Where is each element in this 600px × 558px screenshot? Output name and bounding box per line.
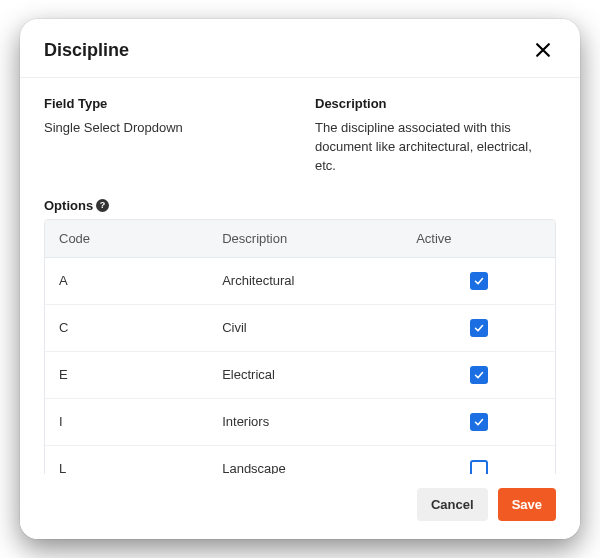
cell-code: E: [45, 352, 208, 398]
modal-body[interactable]: Field Type Single Select Dropdown Descri…: [20, 78, 580, 474]
cell-code: I: [45, 399, 208, 445]
cell-active: [412, 446, 555, 474]
table-row: EElectrical: [45, 352, 555, 399]
cell-active: [412, 258, 555, 304]
table-row: LLandscape: [45, 446, 555, 474]
help-icon[interactable]: ?: [96, 199, 109, 212]
col-header-active: Active: [412, 220, 555, 257]
save-button[interactable]: Save: [498, 488, 556, 521]
field-type-value: Single Select Dropdown: [44, 119, 285, 138]
cell-active: [412, 352, 555, 398]
cell-description: Landscape: [208, 446, 412, 474]
check-icon: [473, 416, 485, 428]
active-checkbox[interactable]: [470, 272, 488, 290]
close-icon: [533, 40, 553, 60]
field-type-section: Field Type Single Select Dropdown: [44, 96, 285, 176]
cell-active: [412, 305, 555, 351]
col-header-code: Code: [45, 220, 208, 257]
table-header: Code Description Active: [45, 220, 555, 258]
modal-title: Discipline: [44, 40, 129, 61]
check-icon: [473, 322, 485, 334]
table-row: CCivil: [45, 305, 555, 352]
check-icon: [473, 275, 485, 287]
field-type-label: Field Type: [44, 96, 285, 111]
cell-active: [412, 399, 555, 445]
cell-description: Interiors: [208, 399, 412, 445]
active-checkbox[interactable]: [470, 366, 488, 384]
col-header-description: Description: [208, 220, 412, 257]
meta-row: Field Type Single Select Dropdown Descri…: [44, 96, 556, 176]
cell-description: Electrical: [208, 352, 412, 398]
modal-header: Discipline: [20, 19, 580, 78]
cell-description: Architectural: [208, 258, 412, 304]
cell-description: Civil: [208, 305, 412, 351]
modal-footer: Cancel Save: [20, 474, 580, 539]
description-section: Description The discipline associated wi…: [315, 96, 556, 176]
active-checkbox[interactable]: [470, 413, 488, 431]
options-table: Code Description Active AArchitecturalCC…: [44, 219, 556, 474]
options-heading: Options ?: [44, 198, 556, 213]
cell-code: C: [45, 305, 208, 351]
cell-code: A: [45, 258, 208, 304]
description-value: The discipline associated with this docu…: [315, 119, 556, 176]
cell-code: L: [45, 446, 208, 474]
check-icon: [473, 369, 485, 381]
active-checkbox[interactable]: [470, 319, 488, 337]
close-button[interactable]: [530, 37, 556, 63]
table-row: IInteriors: [45, 399, 555, 446]
table-row: AArchitectural: [45, 258, 555, 305]
active-checkbox[interactable]: [470, 460, 488, 474]
cancel-button[interactable]: Cancel: [417, 488, 488, 521]
options-label: Options: [44, 198, 93, 213]
discipline-modal: Discipline Field Type Single Select Drop…: [20, 19, 580, 539]
description-label: Description: [315, 96, 556, 111]
